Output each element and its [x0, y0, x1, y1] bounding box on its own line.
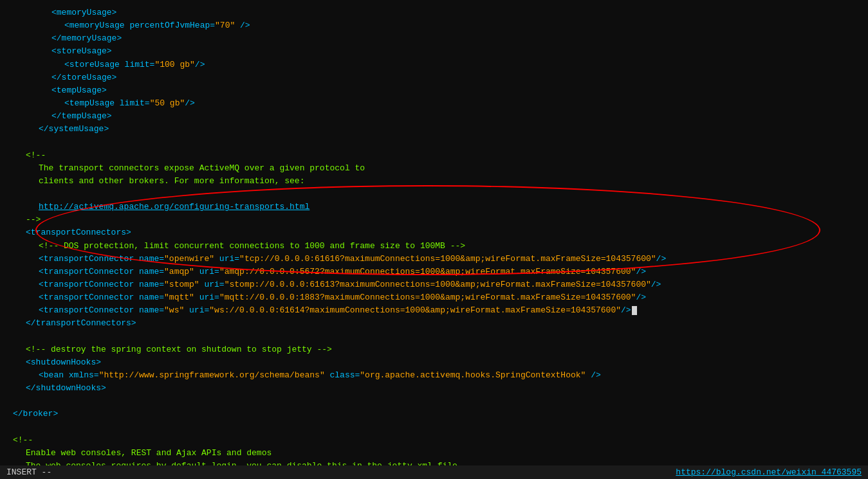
code-line: <tempUsage>	[13, 84, 855, 97]
code-line	[13, 330, 855, 343]
code-line: </systemUsage>	[13, 123, 855, 136]
code-line: <shutdownHooks>	[13, 356, 855, 369]
code-line: <transportConnector name="stomp" uri="st…	[13, 278, 855, 291]
code-line: <tempUsage limit="50 gb"/>	[13, 97, 855, 110]
code-line: clients and other brokers. For more info…	[13, 175, 855, 188]
code-line: </broker>	[13, 408, 855, 420]
code-line: <transportConnector name="openwire" uri=…	[13, 253, 855, 266]
code-line: <transportConnector name="ws" uri="ws://…	[13, 304, 855, 317]
insert-mode-label: INSERT --	[6, 467, 51, 477]
code-line: Enable web consoles, REST and Ajax APIs …	[13, 447, 855, 460]
code-line: <memoryUsage>	[13, 6, 855, 19]
code-line: </storeUsage>	[13, 71, 855, 84]
code-line: </tempUsage>	[13, 110, 855, 123]
code-line: <transportConnector name="mqtt" uri="mqt…	[13, 291, 855, 304]
code-line: The transport connectors expose ActiveMQ…	[13, 162, 855, 175]
code-line	[13, 188, 855, 201]
code-line: <!-- DOS protection, limit concurrent co…	[13, 240, 855, 253]
code-line: <storeUsage>	[13, 45, 855, 58]
code-line: <!--	[13, 149, 855, 162]
code-line: <memoryUsage percentOfJvmHeap="70" />	[13, 19, 855, 32]
code-line: <storeUsage limit="100 gb"/>	[13, 59, 855, 71]
code-line: <!--	[13, 434, 855, 447]
code-line: <!-- destroy the spring context on shutd…	[13, 343, 855, 356]
code-line: <transportConnectors>	[13, 226, 855, 239]
code-line: </memoryUsage>	[13, 32, 855, 45]
code-editor: <memoryUsage> <memoryUsage percentOfJvmH…	[0, 0, 868, 479]
code-line	[13, 395, 855, 408]
code-line: </shutdownHooks>	[13, 382, 855, 395]
code-line: <transportConnector name="amqp" uri="amq…	[13, 266, 855, 278]
code-line	[13, 136, 855, 149]
code-line: http://activemq.apache.org/configuring-t…	[13, 201, 855, 213]
code-line: <bean xmlns="http://www.springframework.…	[13, 369, 855, 382]
code-line: </transportConnectors>	[13, 317, 855, 330]
blog-url[interactable]: https://blog.csdn.net/weixin_44763595	[676, 467, 862, 477]
code-line	[13, 421, 855, 434]
status-bar: INSERT -- https://blog.csdn.net/weixin_4…	[0, 465, 868, 479]
code-line: -->	[13, 213, 855, 226]
